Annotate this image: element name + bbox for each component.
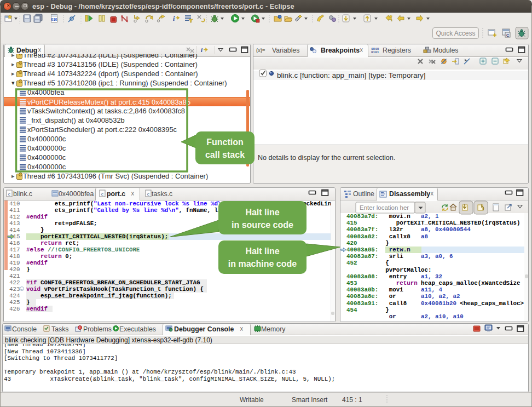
svg-text:010: 010: [51, 18, 57, 21]
svg-text:C: C: [506, 33, 509, 37]
svg-text:i: i: [173, 15, 175, 22]
